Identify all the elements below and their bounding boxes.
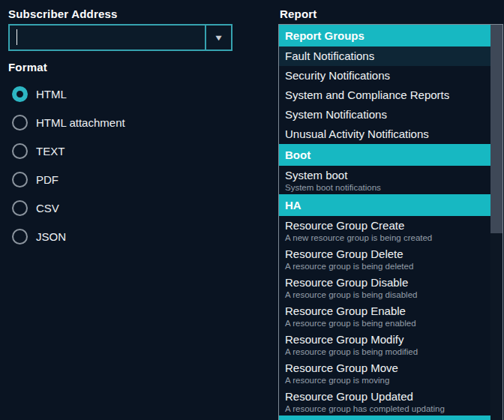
- format-radio-csv[interactable]: CSV: [8, 194, 218, 222]
- format-option-label: CSV: [36, 202, 59, 214]
- report-list-item[interactable]: Security Notifications: [279, 66, 490, 86]
- report-group-header: [279, 416, 490, 420]
- report-list-item[interactable]: Resource Group Modify A resource group i…: [279, 330, 490, 358]
- report-list-item[interactable]: Resource Group Delete A resource group i…: [279, 244, 490, 273]
- report-group-header: Boot: [279, 144, 490, 166]
- report-item-subtitle: A resource group is being modified: [285, 346, 490, 357]
- report-item-title: Resource Group Disable: [285, 275, 490, 290]
- report-item-title: Resource Group Delete: [285, 247, 490, 261]
- report-list-item[interactable]: Resource Group Create A new resource gro…: [279, 216, 490, 244]
- report-item-subtitle: A resource group is being disabled: [285, 290, 490, 300]
- text-cursor: [16, 29, 17, 45]
- radio-button-icon[interactable]: [12, 143, 28, 159]
- report-listbox: Report Groups Fault Notifications Securi…: [278, 24, 503, 420]
- report-group-header: HA: [279, 194, 490, 216]
- report-list-item[interactable]: Resource Group Disable A resource group …: [279, 273, 490, 302]
- radio-button-icon[interactable]: [12, 115, 28, 130]
- report-item-subtitle: A resource group is being deleted: [285, 261, 490, 272]
- report-group-header-label: Boot: [285, 148, 310, 161]
- format-option-label: PDF: [36, 173, 58, 186]
- format-radio-html-attachment[interactable]: HTML attachment: [8, 108, 218, 136]
- report-list-item[interactable]: System and Compliance Reports: [279, 86, 490, 105]
- report-list-item[interactable]: Resource Group Enable A resource group i…: [279, 302, 490, 330]
- report-item-title: Resource Group Updated: [285, 389, 490, 404]
- format-label: Format: [8, 61, 47, 74]
- report-group-header-label: Report Groups: [285, 29, 364, 42]
- report-list-item[interactable]: Unusual Activity Notifications: [279, 124, 490, 144]
- format-option-label: HTML attachment: [36, 116, 125, 129]
- report-item-subtitle: A resource group is being enabled: [285, 318, 490, 328]
- report-item-title: System and Compliance Reports: [285, 86, 490, 105]
- report-item-title: Resource Group Modify: [285, 332, 490, 346]
- radio-button-icon[interactable]: [12, 200, 28, 216]
- format-radio-html[interactable]: HTML: [8, 80, 218, 108]
- report-item-title: Resource Group Enable: [285, 304, 490, 318]
- report-item-subtitle: A resource group has completed updating: [285, 404, 490, 414]
- combobox-dropdown-button[interactable]: ▼: [205, 26, 231, 50]
- subscriber-address-combobox[interactable]: ▼: [8, 24, 232, 51]
- report-item-title: Fault Notifications: [285, 46, 490, 66]
- format-option-label: HTML: [36, 88, 67, 100]
- report-list-items: Report Groups Fault Notifications Securi…: [279, 25, 490, 420]
- report-list-item[interactable]: Resource Group Updated A resource group …: [279, 387, 490, 416]
- report-item-title: Unusual Activity Notifications: [285, 124, 490, 144]
- subscriber-address-label: Subscriber Address: [8, 8, 118, 20]
- subscription-form: Subscriber Address ▼ Format HTML HTML at…: [0, 0, 504, 420]
- format-radio-json[interactable]: JSON: [8, 222, 218, 250]
- radio-button-icon[interactable]: [12, 229, 28, 244]
- subscriber-address-input[interactable]: [10, 26, 205, 50]
- report-list-item[interactable]: System boot System boot notifications: [279, 166, 490, 194]
- report-label: Report: [280, 8, 317, 20]
- format-radio-pdf[interactable]: PDF: [8, 165, 218, 194]
- report-item-subtitle: A resource group is moving: [285, 375, 490, 386]
- report-list-item[interactable]: Resource Group Move A resource group is …: [279, 358, 490, 387]
- radio-button-icon[interactable]: [12, 172, 28, 188]
- report-item-title: System boot: [285, 168, 490, 182]
- format-radio-text[interactable]: TEXT: [8, 136, 218, 165]
- format-radio-group: HTML HTML attachment TEXT PDF CSV JSON: [8, 80, 218, 250]
- format-option-label: JSON: [36, 230, 66, 243]
- report-item-title: System Notifications: [285, 105, 490, 124]
- report-item-subtitle: A new resource group is being created: [285, 232, 490, 243]
- scrollbar-thumb[interactable]: [490, 25, 502, 233]
- report-group-header-label: HA: [285, 199, 302, 212]
- report-list-item[interactable]: System Notifications: [279, 105, 490, 124]
- report-group-header: Report Groups: [279, 25, 490, 46]
- report-item-title: Resource Group Create: [285, 218, 490, 232]
- report-list-scrollbar[interactable]: [490, 25, 502, 420]
- report-item-subtitle: System boot notifications: [285, 182, 490, 193]
- format-option-label: TEXT: [36, 145, 64, 158]
- report-item-title: Resource Group Move: [285, 361, 490, 375]
- report-list-item[interactable]: Fault Notifications: [279, 46, 490, 66]
- report-item-title: Security Notifications: [285, 66, 490, 86]
- chevron-down-icon: ▼: [214, 34, 224, 42]
- radio-button-icon[interactable]: [12, 86, 28, 102]
